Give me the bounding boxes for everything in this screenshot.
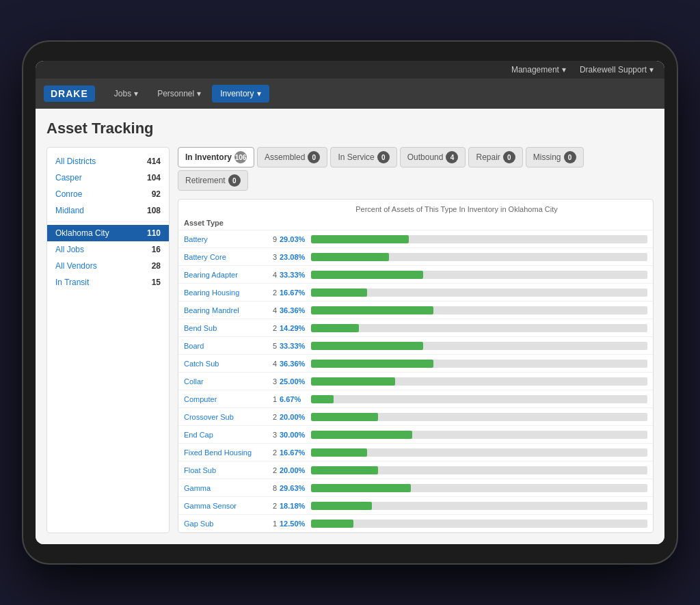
sidebar-item-oklahoma-city[interactable]: Oklahoma City110 xyxy=(47,225,169,241)
tab-badge: 4 xyxy=(446,151,458,163)
asset-name[interactable]: Battery Core xyxy=(184,253,266,261)
tab-badge: 0 xyxy=(377,151,390,163)
sidebar-item-all-jobs[interactable]: All Jobs16 xyxy=(47,241,169,258)
sidebar-label: All Vendors xyxy=(55,261,97,271)
nav-personnel-chevron: ▾ xyxy=(197,89,201,98)
bar-count: 3 xyxy=(266,377,277,386)
bar-track xyxy=(311,306,647,314)
asset-name[interactable]: Computer xyxy=(184,395,266,403)
bar-pct-label: 20.00% xyxy=(280,413,311,421)
tab-badge: 0 xyxy=(228,174,241,187)
sidebar-count: 16 xyxy=(152,245,161,254)
drakewell-support-menu[interactable]: Drakewell Support ▾ xyxy=(580,65,654,75)
asset-name[interactable]: Bearing Mandrel xyxy=(184,306,266,314)
bar-fill xyxy=(311,306,433,314)
bar-count: 3 xyxy=(266,253,277,261)
asset-name[interactable]: Float Sub xyxy=(184,466,266,474)
bar-pct-label: 20.00% xyxy=(280,466,311,474)
bar-pct-label: 16.67% xyxy=(280,448,311,457)
asset-name[interactable]: Battery xyxy=(184,235,266,243)
asset-name[interactable]: Board xyxy=(184,342,266,350)
logo: DRAKE xyxy=(44,85,95,102)
bar-track xyxy=(311,288,647,297)
nav-inventory-label: Inventory xyxy=(220,89,254,98)
nav-inventory[interactable]: Inventory ▾ xyxy=(212,85,269,103)
bar-count: 5 xyxy=(266,342,277,350)
bar-fill xyxy=(311,448,367,457)
sidebar-count: 414 xyxy=(147,157,161,166)
main-nav: DRAKE Jobs ▾ Personnel ▾ Inventory ▾ xyxy=(36,79,664,109)
nav-jobs-label: Jobs xyxy=(114,89,131,98)
sidebar-item-midland[interactable]: Midland108 xyxy=(47,202,169,219)
tab-label: Repair xyxy=(476,152,500,162)
asset-name[interactable]: Crossover Sub xyxy=(184,413,266,421)
asset-name[interactable]: End Cap xyxy=(184,431,266,439)
sidebar-item-in-transit[interactable]: In Transit15 xyxy=(47,274,169,291)
col-header-chart xyxy=(266,219,647,227)
asset-name[interactable]: Fixed Bend Housing xyxy=(184,448,266,457)
bar-pct-label: 6.67% xyxy=(280,395,311,403)
bar-pct-label: 29.03% xyxy=(280,235,311,243)
asset-name[interactable]: Bearing Adapter xyxy=(184,271,266,279)
bar-track xyxy=(311,271,647,279)
bar-track xyxy=(311,342,647,350)
sidebar-label: All Districts xyxy=(55,157,96,166)
bar-pct-label: 33.33% xyxy=(280,342,311,350)
sidebar-item-all-districts[interactable]: All Districts414 xyxy=(47,153,169,170)
bar-pct-label: 29.63% xyxy=(280,484,311,492)
bar-count: 4 xyxy=(266,360,277,368)
sidebar-item-casper[interactable]: Casper104 xyxy=(47,170,169,186)
bar-count: 9 xyxy=(266,235,277,243)
bar-pct-label: 25.00% xyxy=(280,377,311,386)
asset-name[interactable]: Bend Sub xyxy=(184,324,266,332)
tab-outbound[interactable]: Outbound4 xyxy=(400,147,466,167)
top-nav: Management ▾ Drakewell Support ▾ xyxy=(36,61,664,79)
nav-jobs[interactable]: Jobs ▾ xyxy=(106,85,146,103)
bar-fill xyxy=(311,288,367,297)
bar-track xyxy=(311,520,647,528)
tabs-row: In Inventory106Assembled0In Service0Outb… xyxy=(178,147,654,191)
nav-jobs-chevron: ▾ xyxy=(134,89,138,98)
asset-name[interactable]: Catch Sub xyxy=(184,360,266,368)
bar-track xyxy=(311,235,647,243)
asset-name[interactable]: Bearing Housing xyxy=(184,288,266,297)
drakewell-support-label: Drakewell Support xyxy=(580,65,647,75)
management-menu[interactable]: Management ▾ xyxy=(511,65,566,75)
bar-count: 3 xyxy=(266,431,277,439)
bar-fill xyxy=(311,377,395,386)
chart-area: Percent of Assets of This Type In Invent… xyxy=(178,199,654,533)
sidebar-item-conroe[interactable]: Conroe92 xyxy=(47,186,169,202)
tab-in-service[interactable]: In Service0 xyxy=(330,147,396,167)
tab-label: In Inventory xyxy=(185,152,232,162)
bar-track xyxy=(311,253,647,261)
sidebar-count: 104 xyxy=(147,173,161,183)
table-row: Bearing Mandrel436.36% xyxy=(178,301,653,319)
device-frame: Management ▾ Drakewell Support ▾ DRAKE J… xyxy=(22,40,678,565)
tab-badge: 0 xyxy=(503,151,515,163)
nav-inventory-chevron: ▾ xyxy=(257,89,261,98)
tab-in-inventory[interactable]: In Inventory106 xyxy=(178,147,254,167)
tab-retirement[interactable]: Retirement0 xyxy=(178,170,248,191)
asset-name[interactable]: Gap Sub xyxy=(184,520,266,528)
table-row: Bearing Housing216.67% xyxy=(178,284,653,301)
table-row: Fixed Bend Housing216.67% xyxy=(178,444,653,461)
nav-personnel[interactable]: Personnel ▾ xyxy=(149,85,209,103)
sidebar-label: In Transit xyxy=(55,278,89,287)
bar-fill xyxy=(311,235,409,243)
asset-name[interactable]: Gamma xyxy=(184,484,266,492)
tab-repair[interactable]: Repair0 xyxy=(468,147,522,167)
table-row: Catch Sub436.36% xyxy=(178,355,653,373)
tab-assembled[interactable]: Assembled0 xyxy=(257,147,327,167)
tab-label: In Service xyxy=(338,152,374,162)
asset-name[interactable]: Collar xyxy=(184,377,266,386)
chart-title: Percent of Assets of This Type In Invent… xyxy=(269,205,645,213)
bar-track xyxy=(311,395,647,403)
tab-missing[interactable]: Missing0 xyxy=(526,147,584,167)
bar-count: 1 xyxy=(266,520,277,528)
asset-name[interactable]: Gamma Sensor xyxy=(184,502,266,510)
sidebar-item-all-vendors[interactable]: All Vendors28 xyxy=(47,258,169,274)
management-chevron: ▾ xyxy=(562,65,566,75)
bar-count: 2 xyxy=(266,413,277,421)
bar-fill xyxy=(311,413,378,421)
bar-pct-label: 36.36% xyxy=(280,306,311,314)
